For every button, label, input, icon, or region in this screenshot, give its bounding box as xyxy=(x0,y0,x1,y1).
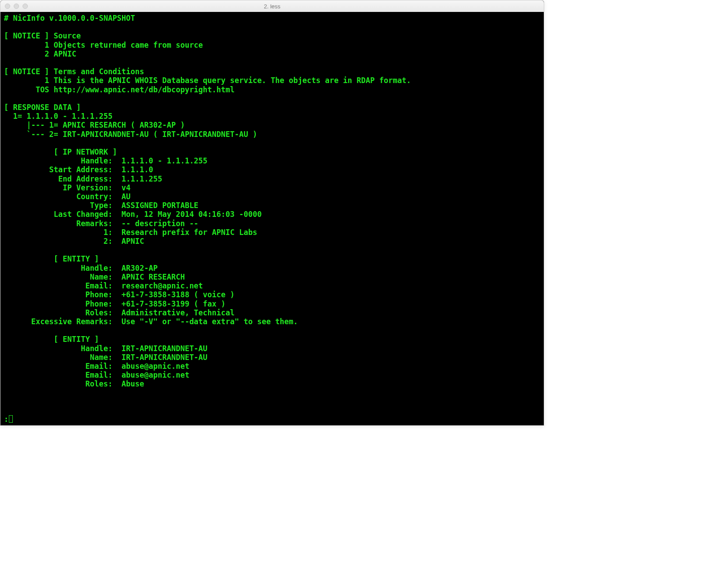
kv-row: Roles: Abuse xyxy=(4,379,144,388)
kv-row: Phone: +61-7-3858-3199 ( fax ) xyxy=(4,299,226,308)
tree-line: |--- 1= APNIC RESEARCH ( AR302-AP ) xyxy=(4,121,185,129)
cursor-icon xyxy=(9,415,13,423)
window-titlebar: 2. less xyxy=(0,0,544,12)
kv-row: Handle: IRT-APNICRANDNET-AU xyxy=(4,344,208,353)
close-icon[interactable] xyxy=(5,4,10,9)
minimize-icon[interactable] xyxy=(14,4,19,9)
kv-row: Remarks: -- description -- xyxy=(4,219,198,228)
section-header: [ ENTITY ] xyxy=(4,254,99,263)
kv-row: Country: AU xyxy=(4,192,131,201)
section-header: [ IP NETWORK ] xyxy=(4,148,117,156)
kv-row: Type: ASSIGNED PORTABLE xyxy=(4,201,198,210)
kv-row: Start Address: 1.1.1.0 xyxy=(4,165,153,174)
notice-header: [ NOTICE ] Terms and Conditions xyxy=(4,67,144,76)
window-title: 2. less xyxy=(0,3,544,10)
kv-row: Phone: +61-7-3858-3188 ( voice ) xyxy=(4,290,235,299)
kv-row: Handle: AR302-AP xyxy=(4,264,158,273)
kv-row: Last Changed: Mon, 12 May 2014 04:16:03 … xyxy=(4,210,262,219)
kv-row: Name: APNIC RESEARCH xyxy=(4,273,185,281)
prompt-colon: : xyxy=(4,415,8,424)
tree-line: 1= 1.1.1.0 - 1.1.1.255 xyxy=(4,112,113,121)
notice-line: 1 This is the APNIC WHOIS Database query… xyxy=(4,76,411,85)
less-prompt[interactable]: : xyxy=(4,415,13,424)
notice-line: 1 Objects returned came from source xyxy=(4,41,203,49)
kv-row: IP Version: v4 xyxy=(4,183,131,192)
section-header: [ ENTITY ] xyxy=(4,335,99,344)
header-line: # NicInfo v.1000.0.0-SNAPSHOT xyxy=(4,14,135,23)
kv-row: Excessive Remarks: Use "-V" or "--data e… xyxy=(4,317,298,326)
kv-row: Name: IRT-APNICRANDNET-AU xyxy=(4,353,208,362)
kv-row: Email: abuse@apnic.net xyxy=(4,362,190,371)
kv-row: Email: abuse@apnic.net xyxy=(4,371,190,379)
tree-line: `--- 2= IRT-APNICRANDNET-AU ( IRT-APNICR… xyxy=(4,130,257,139)
kv-row: End Address: 1.1.1.255 xyxy=(4,174,162,183)
terminal-window: 2. less # NicInfo v.1000.0.0-SNAPSHOT [ … xyxy=(0,0,544,426)
terminal-content[interactable]: # NicInfo v.1000.0.0-SNAPSHOT [ NOTICE ]… xyxy=(0,12,544,425)
traffic-lights xyxy=(0,4,28,9)
kv-row: 2: APNIC xyxy=(4,237,144,246)
zoom-icon[interactable] xyxy=(23,4,28,9)
kv-row: Handle: 1.1.1.0 - 1.1.1.255 xyxy=(4,156,208,165)
notice-line: TOS http://www.apnic.net/db/dbcopyright.… xyxy=(4,85,235,94)
notice-line: 2 APNIC xyxy=(4,49,76,58)
response-header: [ RESPONSE DATA ] xyxy=(4,103,81,112)
kv-row: Roles: Administrative, Technical xyxy=(4,308,235,317)
kv-row: Email: research@apnic.net xyxy=(4,281,203,290)
notice-header: [ NOTICE ] Source xyxy=(4,31,81,40)
kv-row: 1: Research prefix for APNIC Labs xyxy=(4,228,257,237)
